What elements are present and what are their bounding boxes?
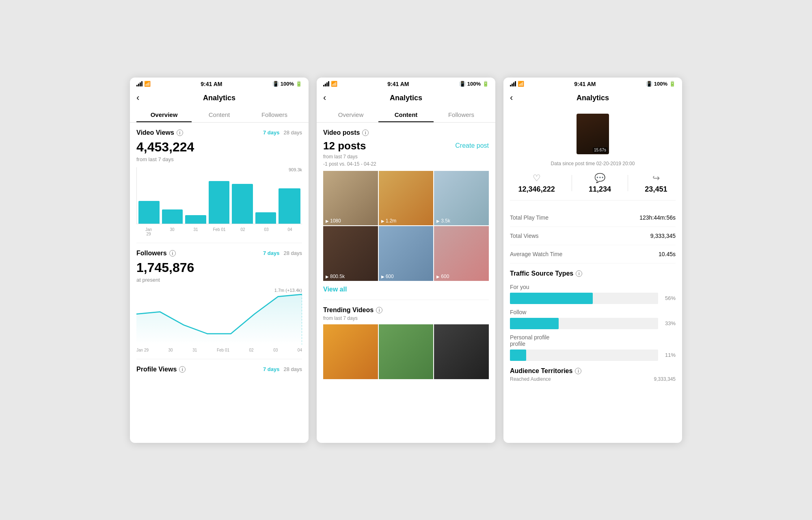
period-7days-video[interactable]: 7 days xyxy=(263,129,279,136)
trending-grid xyxy=(323,324,489,379)
post-views-2: 1.2m xyxy=(381,218,397,224)
post-thumb-4[interactable]: 800.5k xyxy=(323,226,378,281)
post-thumb-2[interactable]: 1.2m xyxy=(379,171,434,226)
screen-title-1: Analytics xyxy=(136,94,302,102)
profile-views-periods: 7 days 28 days xyxy=(263,366,302,372)
battery-icon-3: 🔋 xyxy=(669,81,676,87)
avg-watch-time-value: 10.45s xyxy=(659,251,676,257)
traffic-sources-title: Traffic Source Types i xyxy=(510,270,676,277)
profile-views-info-icon[interactable]: i xyxy=(179,366,186,373)
stat-likes: ♡ 12,346,222 xyxy=(518,173,555,194)
stat-divider-2 xyxy=(628,175,628,191)
status-left-1: 📶 xyxy=(136,81,151,87)
trending-subtext: from last 7 days xyxy=(323,315,489,321)
play-icon-1 xyxy=(326,218,329,224)
post-thumb-1[interactable]: 1080 xyxy=(323,171,378,226)
video-views-number: 4,453,224 xyxy=(136,140,302,155)
trending-thumb-3[interactable] xyxy=(434,324,489,379)
line-label-4: Feb 01 xyxy=(217,348,229,352)
profile-views-title: Profile Views i xyxy=(136,366,186,373)
video-thumb-wrapper: 15.67s xyxy=(510,114,676,158)
create-post-button[interactable]: Create post xyxy=(455,142,489,149)
video-views-header: Video Views i 7 days 28 days xyxy=(136,129,302,136)
bar-label-3: 31 xyxy=(185,227,206,236)
line-chart-container: 1.7m (+13.4k) xyxy=(136,288,302,345)
traffic-sources-section: Traffic Source Types i For you 56% Follo… xyxy=(510,270,676,361)
line-label-2: 30 xyxy=(168,348,173,352)
avg-watch-time-label: Average Watch Time xyxy=(510,251,562,257)
screen-detail: 📶 9:41 AM 📳 100% 🔋 ‹ Analytics 15.67s Da… xyxy=(503,78,682,443)
divider-1 xyxy=(136,243,302,243)
tab-content-2[interactable]: Content xyxy=(378,107,434,122)
tab-followers-2[interactable]: Followers xyxy=(434,107,489,122)
bar-label-1: Jan29 xyxy=(138,227,159,236)
traffic-bar-bg-profile xyxy=(510,350,658,361)
signal-icon-2 xyxy=(323,81,329,86)
bluetooth-icon-2: 📳 xyxy=(459,81,466,87)
post-thumb-3[interactable]: 3.5k xyxy=(434,171,489,226)
back-button-1[interactable]: ‹ xyxy=(136,93,139,103)
tab-followers-1[interactable]: Followers xyxy=(247,107,302,122)
followers-header: Followers i 7 days 28 days xyxy=(136,250,302,257)
status-left-2: 📶 xyxy=(323,81,337,87)
back-button-3[interactable]: ‹ xyxy=(510,93,513,103)
heart-icon: ♡ xyxy=(518,173,555,183)
line-label-5: 02 xyxy=(249,348,254,352)
header-2: ‹ Analytics xyxy=(317,91,495,107)
trending-thumb-2[interactable] xyxy=(379,324,434,379)
total-views-label: Total Views xyxy=(510,233,539,239)
traffic-info-icon[interactable]: i xyxy=(576,270,582,277)
video-views-info-icon[interactable]: i xyxy=(177,129,183,136)
followers-info-icon[interactable]: i xyxy=(169,250,176,257)
line-chart-svg xyxy=(136,288,302,345)
followers-title: Followers i xyxy=(136,250,176,257)
bar-4 xyxy=(209,181,230,223)
video-posts-info-icon[interactable]: i xyxy=(362,129,369,136)
shares-count: 23,451 xyxy=(645,185,667,194)
period-28days-video[interactable]: 28 days xyxy=(283,129,302,136)
status-right-2: 📳 100% 🔋 xyxy=(459,81,489,87)
post-thumb-5[interactable]: 600 xyxy=(379,226,434,281)
profile-views-header: Profile Views i 7 days 28 days xyxy=(136,366,302,373)
post-views-1: 1080 xyxy=(326,218,341,224)
back-button-2[interactable]: ‹ xyxy=(323,93,326,103)
audience-info-icon[interactable]: i xyxy=(575,368,581,374)
traffic-label-foryou: For you xyxy=(510,284,676,290)
traffic-bar-bg-foryou xyxy=(510,293,658,304)
period-7days-profile[interactable]: 7 days xyxy=(263,366,279,372)
screen-title-2: Analytics xyxy=(323,94,489,102)
tab-overview-1[interactable]: Overview xyxy=(136,107,192,122)
post-views-3: 3.5k xyxy=(436,218,450,224)
data-since-text: Data since post time 02-20-2019 20:00 xyxy=(510,161,676,166)
video-posts-section-title: Video posts i xyxy=(323,129,489,136)
bar-label-7: 04 xyxy=(279,227,300,236)
likes-count: 12,346,222 xyxy=(518,185,555,194)
traffic-bar-fill-follow xyxy=(510,318,559,329)
line-chart-labels: Jan 29 30 31 Feb 01 02 03 04 xyxy=(136,348,302,352)
posts-header: 12 posts Create post xyxy=(323,140,489,152)
traffic-bar-fill-profile xyxy=(510,350,526,361)
traffic-pct-follow: 33% xyxy=(661,320,676,326)
tab-overview-2[interactable]: Overview xyxy=(323,107,378,122)
wifi-icon-3: 📶 xyxy=(518,81,524,87)
period-28days-followers[interactable]: 28 days xyxy=(283,250,302,256)
video-thumbnail[interactable]: 15.67s xyxy=(577,114,609,154)
video-duration: 15.67s xyxy=(593,147,607,153)
status-right-3: 📳 100% 🔋 xyxy=(646,81,676,87)
bar-1 xyxy=(138,201,160,224)
trending-thumb-1[interactable] xyxy=(323,324,378,379)
battery-icon-1: 🔋 xyxy=(296,81,302,87)
traffic-row-profile: Personal profileprofile 11% xyxy=(510,334,676,361)
view-all-button[interactable]: View all xyxy=(323,286,489,293)
header-3: ‹ Analytics xyxy=(503,91,682,107)
trending-videos-title: Trending Videos i xyxy=(323,306,489,314)
header-1: ‹ Analytics xyxy=(130,91,309,107)
period-7days-followers[interactable]: 7 days xyxy=(263,250,279,256)
screen-content: 📶 9:41 AM 📳 100% 🔋 ‹ Analytics Overview … xyxy=(317,78,495,443)
tab-content-1[interactable]: Content xyxy=(192,107,247,122)
time-3: 9:41 AM xyxy=(574,81,596,87)
traffic-bar-foryou: 56% xyxy=(510,293,676,304)
trending-info-icon[interactable]: i xyxy=(376,307,382,313)
period-28days-profile[interactable]: 28 days xyxy=(283,366,302,372)
post-thumb-6[interactable]: 600 xyxy=(434,226,489,281)
